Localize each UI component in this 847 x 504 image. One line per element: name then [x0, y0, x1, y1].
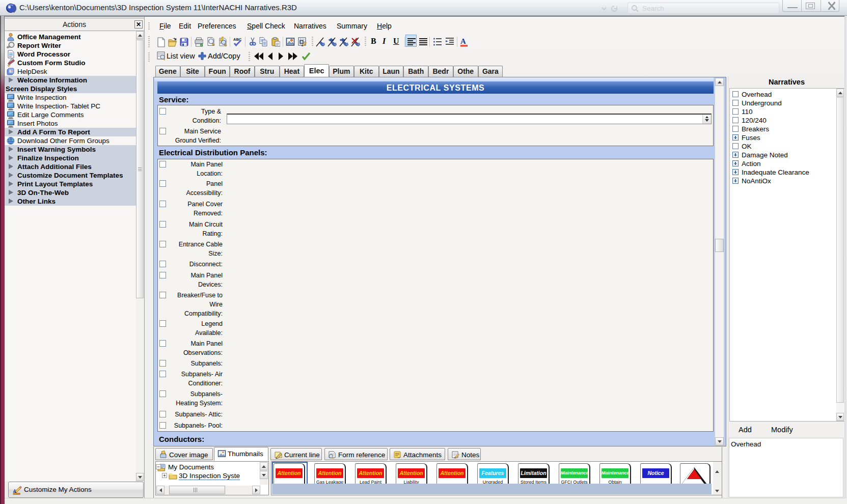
svg-text:A: A	[460, 37, 466, 45]
